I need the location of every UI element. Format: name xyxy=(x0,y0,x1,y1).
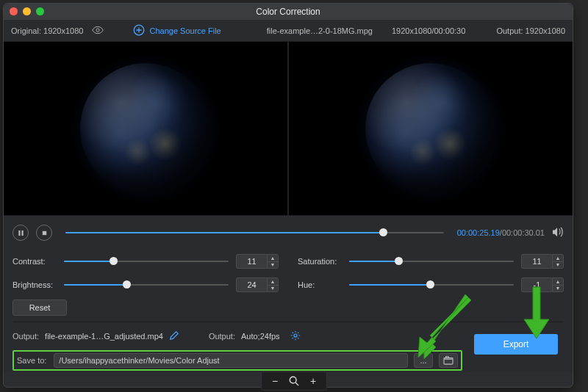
magnifier-icon[interactable] xyxy=(288,375,300,387)
plus-circle-icon xyxy=(133,24,145,37)
output-format-value: Auto;24fps xyxy=(241,332,280,341)
sliders-grid: Contrast: 11 ▲▼ Saturation: 11 ▲▼ Bright… xyxy=(12,254,564,292)
close-window-button[interactable] xyxy=(10,7,18,15)
contrast-value: 11 xyxy=(236,254,267,269)
total-time: 00:00:30.01 xyxy=(502,228,545,237)
output-file-label: Output: xyxy=(12,332,39,341)
current-time: 00:00:25.19 xyxy=(457,228,500,237)
save-to-row: Save to: /Users/ihappyacethinker/Movies/… xyxy=(12,350,462,371)
preview-row xyxy=(4,42,573,215)
svg-rect-3 xyxy=(21,230,23,235)
brightness-slider[interactable] xyxy=(64,283,229,286)
browse-path-button[interactable]: ... xyxy=(414,353,433,368)
stop-button[interactable] xyxy=(36,225,52,241)
svg-rect-2 xyxy=(18,230,20,235)
change-source-button[interactable]: Change Source File xyxy=(133,24,220,37)
save-path-field[interactable]: /Users/ihappyacethinker/Movies/Color Adj… xyxy=(54,353,408,368)
change-source-label: Change Source File xyxy=(149,26,220,35)
brightness-label: Brightness: xyxy=(12,280,57,289)
zoom-in-button[interactable]: + xyxy=(307,375,319,387)
minimize-window-button[interactable] xyxy=(23,7,31,15)
svg-point-7 xyxy=(290,377,296,383)
contrast-row: Contrast: 11 ▲▼ xyxy=(12,254,279,269)
hue-slider[interactable] xyxy=(349,283,514,286)
time-display: 00:00:25.19/00:00:30.01 xyxy=(457,228,545,237)
adjusted-preview xyxy=(287,42,573,215)
saturation-step-down[interactable]: ▼ xyxy=(553,262,563,269)
zoom-out-button[interactable]: − xyxy=(269,375,281,387)
export-button[interactable]: Export xyxy=(474,334,558,355)
original-resolution-label: Original: 1920x1080 xyxy=(11,26,83,35)
contrast-label: Contrast: xyxy=(12,257,57,266)
zoom-window-button[interactable] xyxy=(36,7,44,15)
brightness-step-down[interactable]: ▼ xyxy=(268,286,278,292)
contrast-step-up[interactable]: ▲ xyxy=(268,255,278,262)
svg-rect-4 xyxy=(42,231,46,234)
reset-button[interactable]: Reset xyxy=(12,300,67,316)
contrast-step-down[interactable]: ▼ xyxy=(268,262,278,269)
hue-value-box: -1 ▲▼ xyxy=(521,277,564,292)
info-bar: Original: 1920x1080 Change Source File f… xyxy=(4,20,573,42)
seek-slider[interactable] xyxy=(65,231,444,234)
saturation-step-up[interactable]: ▲ xyxy=(553,255,563,262)
transport-bar: 00:00:25.19/00:00:30.01 xyxy=(12,223,564,242)
svg-point-0 xyxy=(96,28,99,31)
output-filename: file-example-1…G_adjusted.mp4 xyxy=(45,332,163,341)
pause-button[interactable] xyxy=(12,225,29,241)
output-format-label: Output: xyxy=(209,332,235,341)
saturation-value-box: 11 ▲▼ xyxy=(521,254,564,269)
saturation-value: 11 xyxy=(521,254,552,269)
source-filename: file-example…2-0-18MG.mpg xyxy=(267,26,373,35)
saturation-label: Saturation: xyxy=(298,257,342,266)
zoom-toolbar: − + xyxy=(261,371,327,391)
hue-label: Hue: xyxy=(298,280,342,289)
source-resolution-duration: 1920x1080/00:00:30 xyxy=(392,26,465,35)
open-folder-button[interactable] xyxy=(439,353,458,368)
window-title: Color Correction xyxy=(256,7,320,17)
brightness-row: Brightness: 24 ▲▼ xyxy=(12,277,279,292)
titlebar: Color Correction xyxy=(4,4,573,20)
contrast-slider[interactable] xyxy=(64,260,229,263)
contrast-value-box: 11 ▲▼ xyxy=(236,254,279,269)
saturation-row: Saturation: 11 ▲▼ xyxy=(298,254,564,269)
saturation-slider[interactable] xyxy=(349,260,514,263)
brightness-value-box: 24 ▲▼ xyxy=(236,277,279,292)
output-settings-icon[interactable] xyxy=(290,330,301,342)
edit-filename-icon[interactable] xyxy=(169,330,179,342)
color-correction-window: Color Correction Original: 1920x1080 Cha… xyxy=(3,3,573,388)
earth-image xyxy=(365,63,496,194)
hue-step-up[interactable]: ▲ xyxy=(553,278,563,286)
earth-image xyxy=(80,63,211,194)
output-resolution-label: Output: 1920x1080 xyxy=(496,26,565,35)
preview-toggle-icon[interactable] xyxy=(92,26,104,36)
save-to-label: Save to: xyxy=(17,356,46,365)
window-controls xyxy=(10,7,44,15)
hue-step-down[interactable]: ▼ xyxy=(553,286,563,292)
volume-icon[interactable] xyxy=(552,227,564,239)
brightness-step-up[interactable]: ▲ xyxy=(268,278,278,286)
brightness-value: 24 xyxy=(236,277,267,292)
hue-value: -1 xyxy=(521,277,552,292)
svg-point-5 xyxy=(294,334,297,337)
original-preview xyxy=(4,42,287,215)
hue-row: Hue: -1 ▲▼ xyxy=(298,277,564,292)
separator xyxy=(12,322,564,322)
